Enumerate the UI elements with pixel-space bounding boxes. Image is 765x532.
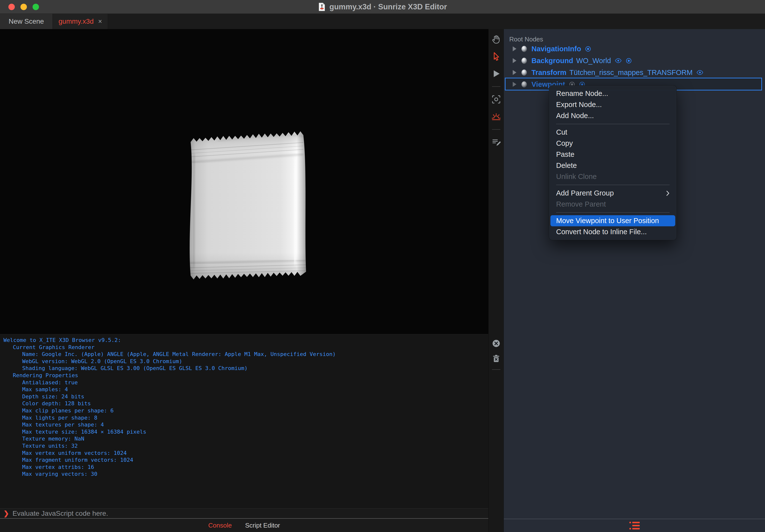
menu-item-label: Move Viewpoint to User Position xyxy=(556,217,659,225)
menu-item-add-parent-group[interactable]: Add Parent Group xyxy=(549,188,676,199)
tab-bar: New Scene gummy.x3d × xyxy=(0,14,765,29)
menu-item-move-viewpoint-to-user-position[interactable]: Move Viewpoint to User Position xyxy=(550,215,675,226)
center-viewpoint-icon[interactable] xyxy=(490,94,502,105)
node-sphere-icon xyxy=(521,81,527,88)
menu-separator xyxy=(556,124,670,124)
menu-item-label: Export Node... xyxy=(556,101,602,109)
console-line: Max samples: 4 xyxy=(0,386,488,393)
menu-item-convert-node-to-inline-file[interactable]: Convert Node to Inline File... xyxy=(549,226,676,238)
menu-item-rename-node[interactable]: Rename Node... xyxy=(549,88,676,99)
tab-label: gummy.x3d xyxy=(58,18,94,25)
console-line: Max lights per shape: 8 xyxy=(0,414,488,421)
window-controls xyxy=(8,0,39,14)
node-def-name: Tütchen_rissc_mappes_TRANSFORM xyxy=(569,69,693,77)
menu-item-delete[interactable]: Delete xyxy=(549,160,676,171)
console-input[interactable] xyxy=(13,510,488,517)
console-tab-bar: Console Script Editor xyxy=(0,519,488,532)
toolbar-separator xyxy=(492,86,500,87)
menu-item-label: Cut xyxy=(556,128,567,136)
menu-item-label: Copy xyxy=(556,139,573,148)
tab-close-icon[interactable]: × xyxy=(98,18,102,25)
tab-gummy-x3d[interactable]: gummy.x3d × xyxy=(53,14,108,29)
node-def-name: WO_World xyxy=(576,57,611,65)
console-line: WebGL version: WebGL 2.0 (OpenGL ES 3.0 … xyxy=(0,358,488,365)
document-icon xyxy=(318,2,326,11)
console-line: Rendering Properties xyxy=(0,372,488,379)
console-line: Depth size: 24 bits xyxy=(0,393,488,400)
script-editor-icon[interactable] xyxy=(490,137,502,148)
disclosure-triangle-icon[interactable] xyxy=(513,70,516,75)
console-line: Max fragment uniform vectors: 1024 xyxy=(0,457,488,464)
menu-item-label: Rename Node... xyxy=(556,90,608,98)
outline-header: Root Nodes xyxy=(509,36,543,43)
console-line: Max clip planes per shape: 6 xyxy=(0,407,488,414)
tab-label: New Scene xyxy=(9,18,44,25)
node-sphere-icon xyxy=(521,69,527,76)
console-line: Current Graphics Renderer xyxy=(0,344,488,351)
menu-item-paste[interactable]: Paste xyxy=(549,149,676,160)
menu-item-label: Convert Node to Inline File... xyxy=(556,228,647,236)
disclosure-triangle-icon[interactable] xyxy=(513,46,516,51)
menu-item-export-node[interactable]: Export Node... xyxy=(549,99,676,110)
toolbar-separator xyxy=(492,129,500,130)
outline-node-navigationinfo[interactable]: NavigationInfo xyxy=(504,43,765,55)
console-line: Max textures per shape: 4 xyxy=(0,421,488,428)
console-log[interactable]: Welcome to X_ITE X3D Browser v9.5.2:Curr… xyxy=(0,334,488,508)
menu-item-remove-parent: Remove Parent xyxy=(549,199,676,210)
outline-node-transform[interactable]: TransformTütchen_rissc_mappes_TRANSFORM xyxy=(504,67,765,78)
menu-item-copy[interactable]: Copy xyxy=(549,138,676,149)
window-title-group: gummy.x3d · Sunrize X3D Editor xyxy=(318,2,447,11)
traffic-light-zoom-button[interactable] xyxy=(33,4,39,10)
console-tab-console[interactable]: Console xyxy=(208,522,232,529)
console-line: Shading language: WebGL GLSL ES 3.00 (Op… xyxy=(0,365,488,372)
console-line: Color depth: 128 bits xyxy=(0,400,488,407)
node-sphere-icon xyxy=(521,46,527,52)
outline-footer-bar xyxy=(504,519,765,532)
console-line: Welcome to X_ITE X3D Browser v9.5.2: xyxy=(0,337,488,344)
hand-tool-icon[interactable] xyxy=(490,34,502,45)
eye-icon[interactable] xyxy=(696,70,703,75)
select-arrow-icon[interactable] xyxy=(490,51,502,62)
console-line: Max vertex uniform vectors: 1024 xyxy=(0,450,488,457)
menu-item-label: Delete xyxy=(556,162,577,170)
window-title: gummy.x3d · Sunrize X3D Editor xyxy=(330,2,447,11)
menu-item-label: Unlink Clone xyxy=(556,173,596,181)
bind-target-icon[interactable] xyxy=(626,58,632,64)
titlebar: gummy.x3d · Sunrize X3D Editor xyxy=(0,0,765,14)
toolbar-separator xyxy=(492,369,500,370)
bind-target-icon[interactable] xyxy=(585,46,591,52)
play-icon[interactable] xyxy=(490,68,502,79)
eye-icon[interactable] xyxy=(615,58,622,63)
trash-icon[interactable] xyxy=(490,353,502,364)
menu-item-label: Paste xyxy=(556,150,574,159)
node-type-label: NavigationInfo xyxy=(531,45,581,53)
console-line: Max texture size: 16384 × 16384 pixels xyxy=(0,428,488,436)
viewport-3d[interactable] xyxy=(0,29,488,334)
console-tab-script-editor[interactable]: Script Editor xyxy=(245,522,280,529)
tab-new-scene[interactable]: New Scene xyxy=(0,14,53,29)
outline-node-background[interactable]: BackgroundWO_World xyxy=(504,55,765,67)
menu-item-label: Remove Parent xyxy=(556,200,606,208)
console-line: Texture units: 32 xyxy=(0,442,488,450)
disclosure-triangle-icon[interactable] xyxy=(513,58,516,63)
sunrize-x3d-editor-window: { "window": { "title": "gummy.x3d · Sunr… xyxy=(0,0,765,532)
sunrise-light-icon[interactable] xyxy=(490,111,502,122)
traffic-light-close-button[interactable] xyxy=(8,4,15,10)
menu-item-add-node[interactable]: Add Node... xyxy=(549,110,676,121)
console-line: Name: Google Inc. (Apple) ANGLE (Apple, … xyxy=(0,351,488,358)
prompt-chevron-icon: ❯ xyxy=(3,510,9,517)
menu-separator xyxy=(556,212,670,213)
menu-item-cut[interactable]: Cut xyxy=(549,127,676,138)
traffic-light-minimize-button[interactable] xyxy=(20,4,27,10)
node-type-label: Background xyxy=(531,57,573,65)
close-circle-icon[interactable] xyxy=(490,338,502,349)
menu-item-unlink-clone: Unlink Clone xyxy=(549,171,676,182)
disclosure-triangle-icon[interactable] xyxy=(513,82,516,87)
console-line: Max vertex attribs: 16 xyxy=(0,464,488,471)
side-toolbar xyxy=(488,29,503,532)
package-3d-render xyxy=(181,126,313,289)
context-menu: Rename Node...Export Node...Add Node...C… xyxy=(549,85,677,240)
console-line: Max varying vectors: 30 xyxy=(0,471,488,478)
node-sphere-icon xyxy=(521,57,527,64)
outline-list-icon[interactable] xyxy=(629,521,640,530)
